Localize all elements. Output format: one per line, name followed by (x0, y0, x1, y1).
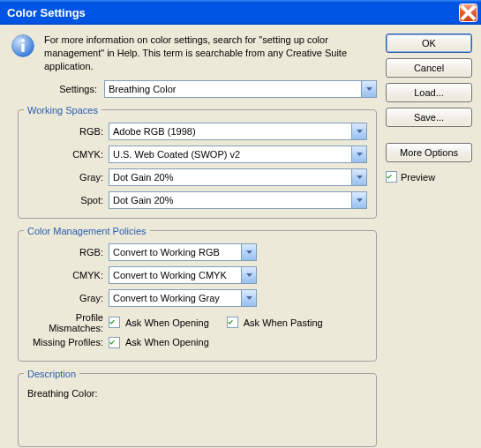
info-text: For more information on color settings, … (44, 34, 377, 73)
policies-legend: Color Management Policies (24, 226, 150, 236)
chevron-down-icon (351, 192, 366, 208)
description-text: Breathing Color: (24, 386, 367, 437)
policy-rgb-select[interactable]: Convert to Working RGB (109, 243, 257, 261)
mismatch-open-label: Ask When Opening (125, 317, 209, 328)
gray-label: Gray: (24, 172, 103, 183)
ok-button[interactable]: OK (386, 34, 472, 53)
close-icon (460, 4, 477, 21)
gray-select[interactable]: Dot Gain 20% (109, 168, 367, 186)
policy-rgb-label: RGB: (24, 247, 103, 258)
mismatch-label: Profile Mismatches: (24, 312, 103, 333)
left-column: For more information on color settings, … (11, 34, 377, 448)
info-row: For more information on color settings, … (11, 34, 377, 73)
save-button[interactable]: Save... (386, 108, 472, 127)
spot-select[interactable]: Dot Gain 20% (109, 191, 367, 209)
cmyk-label: CMYK: (24, 149, 103, 160)
dialog-body: For more information on color settings, … (0, 25, 481, 448)
chevron-down-icon (241, 290, 256, 306)
preview-checkbox[interactable] (386, 171, 397, 183)
settings-row: Settings: Breathing Color (11, 80, 377, 98)
rgb-value: Adobe RGB (1998) (113, 126, 196, 137)
policy-cmyk-select[interactable]: Convert to Working CMYK (109, 266, 257, 284)
working-spaces-group: Working Spaces RGB: Adobe RGB (1998) CMY… (18, 105, 377, 219)
policy-rgb-value: Convert to Working RGB (113, 247, 220, 258)
policy-cmyk-label: CMYK: (24, 270, 103, 280)
policy-gray-value: Convert to Working Gray (113, 293, 220, 303)
mismatch-open-checkbox[interactable] (109, 317, 120, 328)
settings-select[interactable]: Breathing Color (104, 80, 377, 98)
working-spaces-legend: Working Spaces (24, 105, 101, 116)
close-button[interactable] (459, 4, 477, 22)
policy-cmyk-value: Convert to Working CMYK (113, 270, 227, 280)
missing-open-checkbox[interactable] (109, 337, 120, 348)
chevron-down-icon (241, 244, 256, 260)
cancel-button[interactable]: Cancel (386, 58, 472, 78)
rgb-label: RGB: (24, 126, 103, 137)
chevron-down-icon (361, 81, 376, 97)
gray-value: Dot Gain 20% (113, 172, 173, 183)
chevron-down-icon (241, 267, 256, 283)
more-options-button[interactable]: More Options (386, 143, 472, 162)
preview-row: Preview (386, 171, 472, 183)
spot-label: Spot: (24, 195, 103, 205)
svg-point-2 (21, 39, 25, 42)
right-column: OK Cancel Load... Save... More Options P… (386, 34, 472, 448)
load-button[interactable]: Load... (386, 83, 472, 102)
policy-gray-label: Gray: (24, 293, 103, 303)
spot-value: Dot Gain 20% (113, 195, 173, 205)
chevron-down-icon (351, 146, 366, 162)
settings-value: Breathing Color (109, 84, 176, 94)
policies-group: Color Management Policies RGB: Convert t… (18, 226, 377, 362)
description-legend: Description (24, 369, 79, 379)
missing-open-label: Ask When Opening (125, 337, 209, 347)
missing-label: Missing Profiles: (24, 337, 103, 347)
mismatch-paste-label: Ask When Pasting (244, 317, 323, 328)
settings-label: Settings: (19, 84, 99, 94)
window-title: Color Settings (7, 6, 459, 19)
svg-rect-3 (21, 43, 25, 52)
chevron-down-icon (351, 169, 366, 185)
cmyk-select[interactable]: U.S. Web Coated (SWOP) v2 (109, 146, 367, 163)
preview-label: Preview (401, 172, 435, 183)
rgb-select[interactable]: Adobe RGB (1998) (109, 123, 367, 140)
mismatch-paste-checkbox[interactable] (227, 317, 238, 328)
titlebar: Color Settings (0, 0, 481, 25)
policy-gray-select[interactable]: Convert to Working Gray (109, 289, 257, 307)
chevron-down-icon (351, 123, 366, 139)
info-icon (11, 34, 35, 58)
description-group: Description Breathing Color: (18, 369, 377, 447)
cmyk-value: U.S. Web Coated (SWOP) v2 (113, 149, 240, 160)
